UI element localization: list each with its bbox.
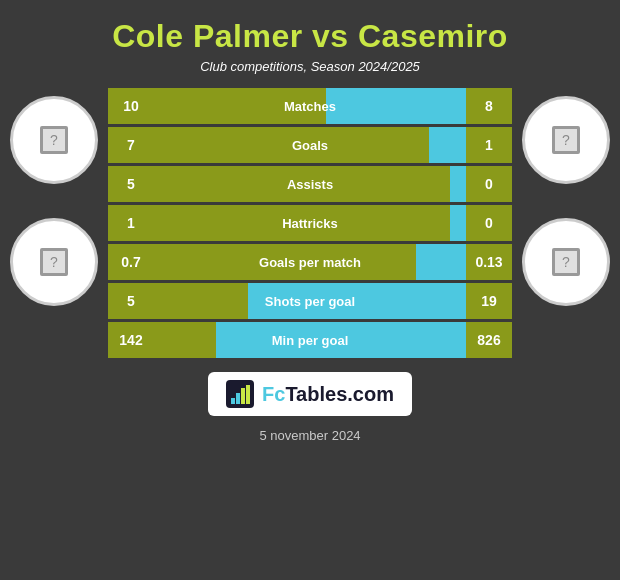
- brand-fc: Fc: [262, 383, 285, 405]
- brand-tables: Tables.com: [285, 383, 394, 405]
- date-text: 5 november 2024: [259, 428, 360, 443]
- stat-left-value: 5: [108, 166, 154, 202]
- stat-label: Goals per match: [259, 255, 361, 270]
- svg-rect-3: [241, 388, 245, 404]
- stat-row: 142Min per goal826: [108, 322, 512, 358]
- stat-left-value: 5: [108, 283, 154, 319]
- stat-left-value: 1: [108, 205, 154, 241]
- svg-rect-1: [231, 398, 235, 404]
- brand-text: FcTables.com: [262, 383, 394, 406]
- stat-bar-area: Goals per match: [154, 244, 466, 280]
- left-avatar-top: ?: [10, 96, 98, 184]
- stat-row: 5Shots per goal19: [108, 283, 512, 319]
- left-avatar-bottom-placeholder: ?: [40, 248, 68, 276]
- stat-right-value: 1: [466, 127, 512, 163]
- stat-bar-area: Shots per goal: [154, 283, 466, 319]
- stat-left-value: 10: [108, 88, 154, 124]
- stat-row: 0.7Goals per match0.13: [108, 244, 512, 280]
- stat-bar-area: Matches: [154, 88, 466, 124]
- svg-rect-4: [246, 385, 250, 404]
- stat-fill: [450, 205, 466, 241]
- stat-right-value: 0: [466, 166, 512, 202]
- stat-label: Shots per goal: [265, 294, 355, 309]
- stat-label: Hattricks: [282, 216, 338, 231]
- left-avatar-bottom: ?: [10, 218, 98, 306]
- branding-box: FcTables.com: [208, 372, 412, 416]
- stat-label: Min per goal: [272, 333, 349, 348]
- stat-fill: [416, 244, 466, 280]
- stat-left-value: 0.7: [108, 244, 154, 280]
- subtitle: Club competitions, Season 2024/2025: [200, 59, 420, 74]
- stats-container: 10Matches87Goals15Assists01Hattricks00.7…: [108, 88, 512, 358]
- stat-fill: [326, 88, 466, 124]
- page-title: Cole Palmer vs Casemiro: [112, 18, 508, 55]
- svg-rect-2: [236, 393, 240, 404]
- stat-row: 5Assists0: [108, 166, 512, 202]
- stat-left-value: 7: [108, 127, 154, 163]
- stat-right-value: 0.13: [466, 244, 512, 280]
- stat-right-value: 19: [466, 283, 512, 319]
- stat-fill: [429, 127, 466, 163]
- stat-bar-area: Min per goal: [154, 322, 466, 358]
- stat-left-value: 142: [108, 322, 154, 358]
- stat-label: Assists: [287, 177, 333, 192]
- stat-label: Goals: [292, 138, 328, 153]
- right-avatar-top: ?: [522, 96, 610, 184]
- stat-bar-area: Goals: [154, 127, 466, 163]
- stat-fill: [450, 166, 466, 202]
- right-avatar-bottom: ?: [522, 218, 610, 306]
- stat-right-value: 8: [466, 88, 512, 124]
- stat-right-value: 826: [466, 322, 512, 358]
- left-avatar-top-placeholder: ?: [40, 126, 68, 154]
- right-avatars: ? ?: [522, 96, 610, 306]
- stat-bar-area: Assists: [154, 166, 466, 202]
- left-avatars: ? ?: [10, 96, 98, 306]
- right-avatar-top-placeholder: ?: [552, 126, 580, 154]
- stat-label: Matches: [284, 99, 336, 114]
- stat-row: 1Hattricks0: [108, 205, 512, 241]
- brand-icon: [226, 380, 254, 408]
- stat-bar-area: Hattricks: [154, 205, 466, 241]
- stat-row: 10Matches8: [108, 88, 512, 124]
- stat-right-value: 0: [466, 205, 512, 241]
- right-avatar-bottom-placeholder: ?: [552, 248, 580, 276]
- stat-row: 7Goals1: [108, 127, 512, 163]
